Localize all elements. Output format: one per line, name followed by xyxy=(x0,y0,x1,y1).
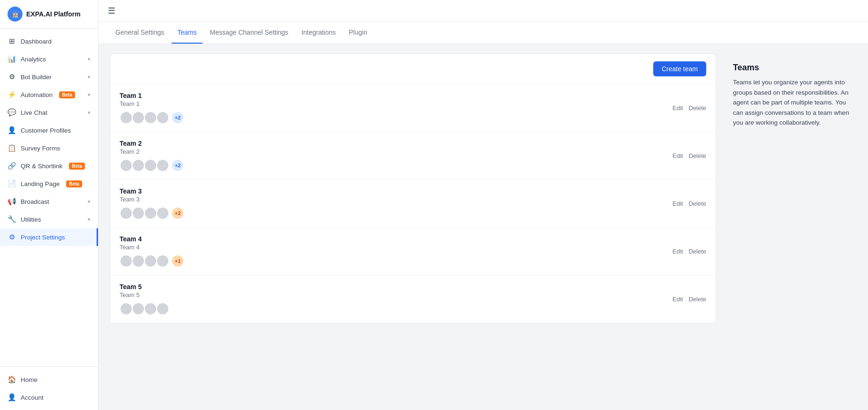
sidebar-item-account[interactable]: 👤Account xyxy=(0,388,98,406)
delete-team-team-5[interactable]: Delete xyxy=(688,296,706,303)
avatar-extra-count: +2 xyxy=(171,207,184,220)
avatar-1 xyxy=(132,159,145,172)
avatar-0 xyxy=(120,302,133,315)
chevron-utilities: ▾ xyxy=(88,216,91,223)
avatar-1 xyxy=(132,207,145,220)
utilities-icon: 🔧 xyxy=(8,215,16,224)
team-actions: Edit Delete xyxy=(663,296,706,303)
content-area: General SettingsTeamsMessage Channel Set… xyxy=(98,22,868,410)
team-name: Team 3 xyxy=(120,187,663,195)
sidebar-item-home[interactable]: 🏠Home xyxy=(0,371,98,388)
delete-team-team-1[interactable]: Delete xyxy=(688,104,706,112)
teams-list-panel: Create team Team 1 Team 1 +2 Edit Delete… xyxy=(110,53,716,323)
customer-profiles-icon: 👤 xyxy=(8,126,16,134)
sidebar-label-account: Account xyxy=(21,394,44,401)
sidebar-item-live-chat[interactable]: 💬Live Chat▾ xyxy=(0,104,98,121)
chevron-bot-builder: ▾ xyxy=(88,74,91,80)
team-info: Team 5 Team 5 xyxy=(120,283,663,315)
team-info: Team 3 Team 3 +2 xyxy=(120,187,663,220)
tab-plugin[interactable]: Plugin xyxy=(343,22,373,44)
delete-team-team-2[interactable]: Delete xyxy=(688,152,706,159)
avatar-2 xyxy=(144,254,157,268)
bot-builder-icon: ⚙ xyxy=(8,73,16,81)
logo-icon: 🤖 xyxy=(8,7,23,22)
sidebar-label-project-settings: Project Settings xyxy=(21,234,65,241)
sidebar-item-survey-forms[interactable]: 📋Survey Forms xyxy=(0,139,98,157)
avatar-1 xyxy=(132,254,145,268)
team-actions: Edit Delete xyxy=(663,104,706,112)
project-settings-icon: ⚙ xyxy=(8,233,16,241)
team-description: Team 4 xyxy=(120,244,663,251)
team-description: Team 5 xyxy=(120,291,663,298)
team-actions: Edit Delete xyxy=(663,152,706,159)
delete-team-team-3[interactable]: Delete xyxy=(688,200,706,207)
edit-team-team-4[interactable]: Edit xyxy=(672,248,683,255)
sidebar-label-live-chat: Live Chat xyxy=(21,109,47,116)
avatar-extra-count: +2 xyxy=(171,111,184,124)
sidebar-item-dashboard[interactable]: ⊞Dashboard xyxy=(0,32,98,50)
avatar-3 xyxy=(156,254,169,268)
right-info-panel: Teams Teams let you organize your agents… xyxy=(725,53,857,323)
team-description: Team 3 xyxy=(120,196,663,203)
sidebar-bottom: 🏠Home👤Account xyxy=(0,366,98,410)
sidebar-item-bot-builder[interactable]: ⚙Bot Builder▾ xyxy=(0,68,98,86)
avatar-0 xyxy=(120,207,133,220)
sidebar-item-broadcast[interactable]: 📢Broadcast▾ xyxy=(0,193,98,210)
team-actions: Edit Delete xyxy=(663,200,706,207)
tab-teams[interactable]: Teams xyxy=(172,22,202,44)
sidebar-item-customer-profiles[interactable]: 👤Customer Profiles xyxy=(0,121,98,139)
avatar-2 xyxy=(144,207,157,220)
sidebar-nav: ⊞Dashboard📊Analytics▾⚙Bot Builder▾⚡Autom… xyxy=(0,29,98,366)
sidebar-label-qr-shortlink: QR & Shortlink xyxy=(21,163,62,170)
sidebar-item-automation[interactable]: ⚡AutomationBeta▾ xyxy=(0,86,98,104)
live-chat-icon: 💬 xyxy=(8,108,16,117)
tab-message-channel-settings[interactable]: Message Channel Settings xyxy=(204,22,294,44)
sidebar-label-customer-profiles: Customer Profiles xyxy=(21,127,71,134)
sidebar-label-utilities: Utilities xyxy=(21,216,41,223)
team-description: Team 1 xyxy=(120,100,663,107)
team-avatars: +2 xyxy=(120,159,663,172)
sidebar-label-home: Home xyxy=(21,376,38,383)
edit-team-team-3[interactable]: Edit xyxy=(672,200,683,207)
tabs-bar: General SettingsTeamsMessage Channel Set… xyxy=(98,22,868,44)
sidebar-label-dashboard: Dashboard xyxy=(21,38,52,45)
avatar-3 xyxy=(156,207,169,220)
avatar-1 xyxy=(132,302,145,315)
avatar-0 xyxy=(120,254,133,268)
create-team-row: Create team xyxy=(110,54,716,84)
delete-team-team-4[interactable]: Delete xyxy=(688,248,706,255)
sidebar-label-survey-forms: Survey Forms xyxy=(21,145,60,152)
sidebar-item-project-settings[interactable]: ⚙Project Settings xyxy=(0,228,98,246)
teams-list: Team 1 Team 1 +2 Edit Delete Team 2 Team… xyxy=(110,84,716,323)
survey-forms-icon: 📋 xyxy=(8,144,16,152)
team-name: Team 2 xyxy=(120,140,663,147)
avatar-2 xyxy=(144,159,157,172)
menu-icon[interactable]: ☰ xyxy=(108,6,115,16)
avatar-2 xyxy=(144,111,157,124)
teams-container: Create team Team 1 Team 1 +2 Edit Delete… xyxy=(98,44,868,333)
edit-team-team-5[interactable]: Edit xyxy=(672,296,683,303)
topbar: ☰ xyxy=(98,0,868,22)
tab-general-settings[interactable]: General Settings xyxy=(110,22,170,44)
home-icon: 🏠 xyxy=(8,375,16,384)
edit-team-team-2[interactable]: Edit xyxy=(672,152,683,159)
create-team-button[interactable]: Create team xyxy=(653,61,706,76)
sidebar-item-analytics[interactable]: 📊Analytics▾ xyxy=(0,50,98,68)
sidebar-item-utilities[interactable]: 🔧Utilities▾ xyxy=(0,210,98,228)
edit-team-team-1[interactable]: Edit xyxy=(672,104,683,112)
tab-integrations[interactable]: Integrations xyxy=(296,22,341,44)
sidebar-item-landing-page[interactable]: 📄Landing PageBeta xyxy=(0,175,98,193)
chevron-live-chat: ▾ xyxy=(88,110,91,116)
team-row-team-3: Team 3 Team 3 +2 Edit Delete xyxy=(110,180,716,228)
sidebar-item-qr-shortlink[interactable]: 🔗QR & ShortlinkBeta xyxy=(0,157,98,175)
team-avatars xyxy=(120,302,663,315)
team-avatars: +1 xyxy=(120,254,663,268)
team-row-team-2: Team 2 Team 2 +2 Edit Delete xyxy=(110,132,716,180)
badge-qr-shortlink: Beta xyxy=(69,163,85,170)
avatar-extra-count: +1 xyxy=(171,254,184,268)
avatar-2 xyxy=(144,302,157,315)
automation-icon: ⚡ xyxy=(8,90,16,99)
sidebar-label-broadcast: Broadcast xyxy=(21,198,49,205)
avatar-extra-count: +2 xyxy=(171,159,184,172)
qr-shortlink-icon: 🔗 xyxy=(8,162,16,170)
